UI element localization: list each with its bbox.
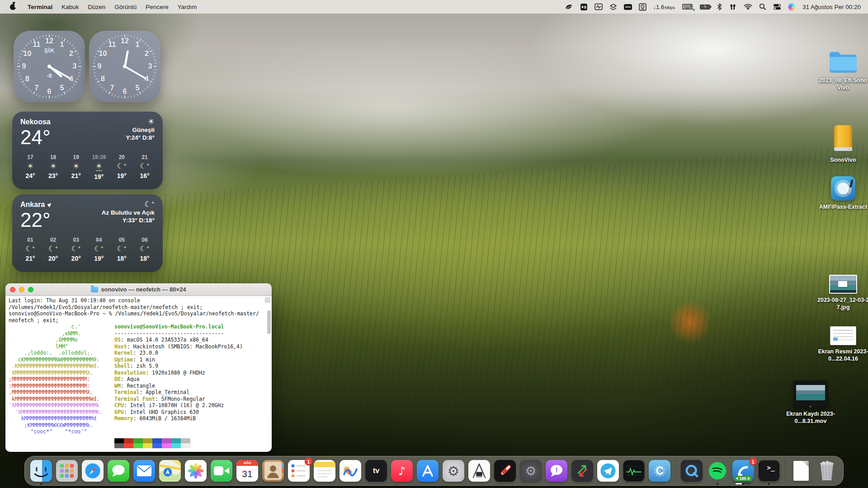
- clock-tick: [66, 40, 69, 42]
- clock-tick: [103, 42, 105, 45]
- traffic-lights: [10, 287, 33, 292]
- clock-tick: [103, 88, 105, 90]
- clock-widget-chicago[interactable]: 123456789101112ŞİK-8: [14, 31, 85, 102]
- hour-temp: 19°: [94, 255, 104, 262]
- dock-item-appstore[interactable]: [417, 460, 439, 482]
- layers-icon[interactable]: [609, 2, 617, 12]
- dock-item-trash[interactable]: [816, 460, 838, 482]
- dock-item-safari[interactable]: [82, 460, 104, 482]
- leaf-icon[interactable]: [565, 2, 573, 12]
- dock-item-notes[interactable]: [314, 460, 335, 482]
- dock-item-telegram[interactable]: [597, 460, 619, 482]
- hour-hand: [124, 50, 129, 66]
- apple-menu-icon[interactable]: [10, 4, 16, 10]
- location-arrow-icon: [47, 202, 53, 207]
- network-speed-icon[interactable]: ↓1.6Mbps: [653, 2, 675, 12]
- clock-tick: [49, 95, 50, 99]
- palette-swatch: [162, 438, 171, 443]
- clock-tick: [58, 36, 59, 38]
- clock-tick: [36, 94, 38, 96]
- clock-numeral: 12: [45, 37, 53, 45]
- bluetooth-icon[interactable]: [717, 2, 722, 12]
- desktop-icon-screenshot-file[interactable]: Ekran Resmi 2023-0...22.04.16: [814, 326, 868, 363]
- dock-item-document[interactable]: [790, 460, 812, 482]
- dock-item-system-settings[interactable]: ⚙: [443, 460, 464, 482]
- weather-widget-nekoosa[interactable]: Nekoosa 24° ☀ Güneşli Y:24° D:8° 17 ☀ 24…: [12, 112, 163, 189]
- dock-item-ocauxiliarytools[interactable]: ⚙: [520, 460, 542, 482]
- desktop-icon-video-file[interactable]: Ekran Kaydı 2023-0...8.31.mov: [781, 380, 840, 425]
- disk-image-icon[interactable]: [639, 2, 646, 12]
- terminal-content[interactable]: Last login: Thu Aug 31 00:19:40 on conso…: [5, 296, 272, 452]
- zoom-button[interactable]: [28, 287, 33, 292]
- dock-item-launchpad[interactable]: [56, 460, 78, 482]
- activity-pulse-icon[interactable]: [594, 2, 603, 12]
- menu-item-3[interactable]: Görüntü: [110, 4, 142, 10]
- menu-bar-clock[interactable]: 31 Ağustos Per 00:20: [802, 4, 861, 10]
- dock-item-terminal[interactable]: >_: [758, 460, 780, 482]
- dock-item-music[interactable]: ♪: [391, 460, 413, 482]
- desktop-icon-folder-2023-08-efi-sono-vivo[interactable]: 2023_08_Efi Sono Vivo: [814, 51, 868, 92]
- clock-tick: [146, 86, 149, 88]
- scroll-pager-icon[interactable]: [265, 297, 270, 303]
- dock-item-hackintool[interactable]: [468, 460, 490, 482]
- amfipass-app-icon: [831, 176, 855, 201]
- dock-item-spotify[interactable]: [707, 460, 728, 482]
- clock-face: 123456789101112: [89, 31, 160, 102]
- desktop-icon-drive-sonovivo[interactable]: SonoVivo: [814, 125, 868, 164]
- dock-item-quicktime[interactable]: [681, 460, 703, 482]
- menu-item-0[interactable]: Terminal: [23, 4, 57, 10]
- wifi-icon[interactable]: [744, 2, 752, 12]
- dock-item-calendar[interactable]: AĞU31: [236, 460, 258, 482]
- weather-city: Ankara: [20, 201, 52, 209]
- dock-item-contacts[interactable]: [262, 460, 284, 482]
- dock-item-folx[interactable]: 1▾ 185 K: [732, 460, 754, 482]
- dock-item-freeform[interactable]: [340, 460, 361, 482]
- clock-tick: [28, 42, 30, 45]
- clock-widget-local[interactable]: 123456789101112: [89, 31, 160, 102]
- airpods-icon[interactable]: [729, 2, 737, 12]
- menu-item-5[interactable]: Yardım: [173, 4, 202, 10]
- battery-charging-icon[interactable]: ϟ: [700, 2, 710, 12]
- moon-icon: ☾+: [94, 245, 104, 253]
- control-center-icon[interactable]: [773, 2, 781, 12]
- clock-tick: [42, 95, 43, 98]
- dock-item-mail[interactable]: [133, 460, 155, 482]
- keyboard-input-icon[interactable]: ⌨: [682, 2, 693, 12]
- dock-item-finder[interactable]: [30, 460, 52, 482]
- desktop: TerminalKabukDüzenGörüntüPencereYardım 5…: [0, 0, 868, 488]
- clock-tick: [150, 50, 153, 52]
- dock-item-gear-c[interactable]: ⚙C: [649, 460, 670, 482]
- clock-tick: [17, 66, 20, 67]
- scrollbar-thumb[interactable]: [267, 310, 271, 334]
- dock-item-activity-ekg[interactable]: [623, 460, 645, 482]
- hour-temp: 16°: [140, 172, 149, 179]
- spotlight-icon[interactable]: [759, 2, 766, 12]
- minimize-button[interactable]: [19, 287, 24, 292]
- dock-item-opencore-configurator[interactable]: [494, 460, 516, 482]
- palette-normal-row: [114, 438, 190, 443]
- menu-item-4[interactable]: Pencere: [141, 4, 173, 10]
- dock-item-appletv[interactable]: tv: [365, 460, 387, 482]
- dock-item-reminders[interactable]: 1: [288, 460, 310, 482]
- dock-item-feedback-assistant[interactable]: !: [546, 460, 567, 482]
- clock-tick: [28, 88, 30, 90]
- dock-item-messages[interactable]: [108, 460, 129, 482]
- clock-tick: [146, 45, 149, 47]
- app-menus: TerminalKabukDüzenGörüntüPencereYardım: [23, 4, 201, 10]
- terminal-title-bar[interactable]: sonovivo — neofetch — 80×24: [5, 283, 272, 296]
- desktop-icon-image-file[interactable]: 2023-08-27_12-03-27.jpg: [814, 275, 868, 311]
- dock-item-maps[interactable]: [159, 460, 181, 482]
- dock-item-network-arrows[interactable]: [571, 460, 593, 482]
- dock-item-photos[interactable]: [185, 460, 207, 482]
- close-button[interactable]: [10, 287, 15, 292]
- clock-tick: [99, 84, 101, 86]
- weather-top: Ankara 22° ☾+ Az Bulutlu ve Açık Y:33° D…: [20, 201, 155, 230]
- folx-5-icon[interactable]: 5: [580, 2, 588, 12]
- weather-widget-ankara[interactable]: Ankara 22° ☾+ Az Bulutlu ve Açık Y:33° D…: [12, 194, 163, 272]
- menu-item-1[interactable]: Kabuk: [57, 4, 83, 10]
- menu-item-2[interactable]: Düzen: [84, 4, 110, 10]
- siri-icon[interactable]: [788, 2, 796, 12]
- desktop-icon-app-amfipass-extract[interactable]: AMFIPass-Extract: [814, 176, 868, 211]
- ellipsis-icon[interactable]: [624, 2, 632, 12]
- dock-item-facetime[interactable]: [211, 460, 232, 482]
